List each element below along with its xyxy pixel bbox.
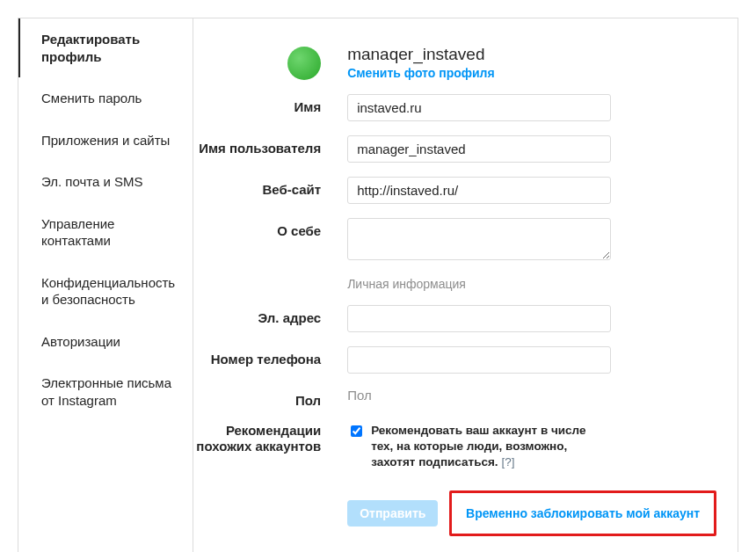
edit-profile-form: manaqer_instaved Сменить фото профиля Им… xyxy=(193,18,756,552)
recommendations-help-link[interactable]: [?] xyxy=(501,455,514,468)
sidebar-item-change-password[interactable]: Сменить пароль xyxy=(18,77,193,120)
label-username: Имя пользователя xyxy=(193,135,347,156)
phone-input[interactable] xyxy=(347,346,611,374)
label-gender: Пол xyxy=(193,388,347,409)
bio-textarea[interactable] xyxy=(347,218,611,260)
sidebar-item-privacy-security[interactable]: Конфиденциальность и безопасность xyxy=(18,262,193,321)
private-info-heading: Личная информация xyxy=(347,277,466,291)
avatar[interactable] xyxy=(287,47,321,80)
label-bio: О себе xyxy=(193,218,347,239)
change-photo-link[interactable]: Сменить фото профиля xyxy=(347,66,716,80)
name-input[interactable] xyxy=(347,94,611,121)
sidebar-item-login-activity[interactable]: Авторизации xyxy=(18,321,193,363)
username-input[interactable] xyxy=(347,135,611,163)
label-recommendations: Рекомендации похожих аккаунтов xyxy=(193,423,347,454)
sidebar-item-apps-websites[interactable]: Приложения и сайты xyxy=(18,120,193,162)
sidebar-item-manage-contacts[interactable]: Управление контактами xyxy=(18,203,193,262)
label-phone: Номер телефона xyxy=(193,346,347,367)
disable-account-highlight: Временно заблокировать мой аккаунт xyxy=(449,490,716,536)
recommendations-checkbox[interactable] xyxy=(351,425,362,437)
sidebar-item-emails-from-instagram[interactable]: Электронные письма от Instagram xyxy=(18,362,193,421)
disable-account-link[interactable]: Временно заблокировать мой аккаунт xyxy=(466,506,700,520)
recommendations-text: Рекомендовать ваш аккаунт в числе тех, н… xyxy=(371,423,591,471)
email-input[interactable] xyxy=(347,305,611,332)
gender-value[interactable]: Пол xyxy=(347,388,372,403)
website-input[interactable] xyxy=(347,177,611,204)
submit-button[interactable]: Отправить xyxy=(347,500,438,527)
label-email: Эл. адрес xyxy=(193,305,347,326)
username-display: manaqer_instaved xyxy=(347,45,716,64)
label-website: Веб-сайт xyxy=(193,177,347,198)
sidebar-item-email-sms[interactable]: Эл. почта и SMS xyxy=(18,161,193,203)
settings-container: Редактировать профиль Сменить пароль При… xyxy=(18,18,738,552)
sidebar: Редактировать профиль Сменить пароль При… xyxy=(18,18,193,552)
sidebar-item-edit-profile[interactable]: Редактировать профиль xyxy=(18,18,193,77)
label-name: Имя xyxy=(193,94,347,115)
